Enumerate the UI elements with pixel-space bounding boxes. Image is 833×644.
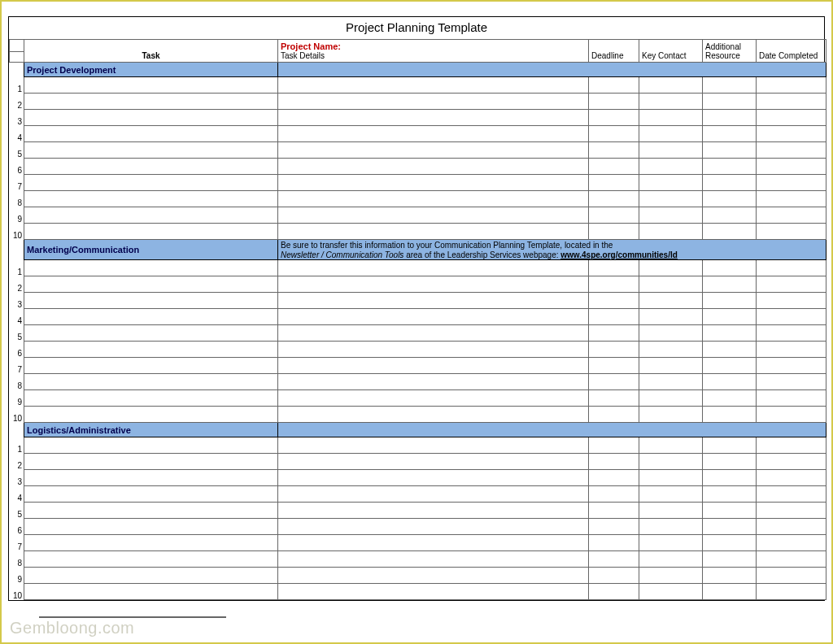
section-project-development: Project Development bbox=[10, 63, 826, 77]
watermark-strike bbox=[39, 616, 226, 618]
header-row-1: Task Project Name: Deadline Key Contact … bbox=[10, 40, 826, 52]
table-row[interactable]: 9 bbox=[10, 568, 826, 584]
note-line1: Be sure to transfer this information to … bbox=[281, 241, 613, 250]
section-label: Logistics/Administrative bbox=[24, 423, 278, 437]
table-row[interactable]: 4 bbox=[10, 486, 826, 503]
table-row[interactable]: 2 bbox=[10, 276, 826, 293]
planning-table: Task Project Name: Deadline Key Contact … bbox=[9, 39, 826, 600]
table-row[interactable]: 8 bbox=[10, 374, 826, 390]
row-number: 10 bbox=[10, 224, 24, 240]
table-row[interactable]: 4 bbox=[10, 126, 826, 142]
section-marketing-communication: Marketing/Communication Be sure to trans… bbox=[10, 240, 826, 260]
row-number: 5 bbox=[10, 503, 24, 519]
table-row[interactable]: 1 bbox=[10, 77, 826, 94]
section-label: Project Development bbox=[24, 63, 278, 77]
table-row[interactable]: 5 bbox=[10, 142, 826, 159]
row-number: 3 bbox=[10, 470, 24, 486]
note-line2-italic: Newsletter / Communication Tools bbox=[281, 250, 403, 259]
row-number: 10 bbox=[10, 407, 24, 423]
table-row[interactable]: 7 bbox=[10, 358, 826, 374]
row-number: 8 bbox=[10, 551, 24, 568]
row-number: 9 bbox=[10, 390, 24, 407]
row-number: 10 bbox=[10, 584, 24, 600]
table-row[interactable]: 2 bbox=[10, 454, 826, 470]
table-row[interactable]: 1 bbox=[10, 437, 826, 454]
table-row[interactable]: 3 bbox=[10, 293, 826, 309]
table-row[interactable]: 10 bbox=[10, 584, 826, 600]
note-link[interactable]: www.4spe.org/communities/ld bbox=[560, 250, 678, 259]
page-title: Project Planning Template bbox=[9, 17, 824, 39]
col-date-completed: Date Completed bbox=[757, 40, 826, 63]
table-row[interactable]: 7 bbox=[10, 175, 826, 191]
row-number: 2 bbox=[10, 276, 24, 293]
row-number: 6 bbox=[10, 519, 24, 535]
table-row[interactable]: 7 bbox=[10, 535, 826, 551]
project-name-label: Project Name: bbox=[278, 40, 589, 52]
section-label: Marketing/Communication bbox=[24, 240, 278, 260]
row-number: 4 bbox=[10, 486, 24, 503]
row-number: 3 bbox=[10, 293, 24, 309]
planning-sheet: Project Planning Template Task Project N… bbox=[8, 16, 825, 601]
row-number: 4 bbox=[10, 309, 24, 325]
row-number: 3 bbox=[10, 110, 24, 126]
table-row[interactable]: 5 bbox=[10, 503, 826, 519]
table-row[interactable]: 5 bbox=[10, 325, 826, 342]
row-number: 7 bbox=[10, 535, 24, 551]
note-line2-rest: area of the Leadership Services webpage: bbox=[403, 250, 560, 259]
table-row[interactable]: 6 bbox=[10, 342, 826, 358]
section-logistics-administrative: Logistics/Administrative bbox=[10, 423, 826, 437]
row-number: 1 bbox=[10, 437, 24, 454]
row-number: 8 bbox=[10, 374, 24, 390]
row-number: 8 bbox=[10, 191, 24, 207]
col-deadline: Deadline bbox=[589, 40, 639, 63]
additional-l2: Resource bbox=[705, 51, 740, 60]
table-row[interactable]: 9 bbox=[10, 390, 826, 407]
col-task-details: Task Details bbox=[278, 51, 589, 63]
row-number: 1 bbox=[10, 260, 24, 276]
table-row[interactable]: 3 bbox=[10, 470, 826, 486]
row-number: 6 bbox=[10, 159, 24, 175]
col-additional-resource: Additional Resource bbox=[703, 40, 757, 63]
table-row[interactable]: 8 bbox=[10, 551, 826, 568]
table-row[interactable]: 4 bbox=[10, 309, 826, 325]
section-note bbox=[278, 63, 826, 77]
row-number: 2 bbox=[10, 454, 24, 470]
row-number: 9 bbox=[10, 207, 24, 224]
table-row[interactable]: 10 bbox=[10, 407, 826, 423]
table-row[interactable]: 8 bbox=[10, 191, 826, 207]
row-number: 2 bbox=[10, 94, 24, 110]
table-row[interactable]: 1 bbox=[10, 260, 826, 276]
additional-l1: Additional bbox=[705, 42, 741, 51]
watermark: Gembloong.com bbox=[10, 619, 134, 637]
col-task: Task bbox=[24, 40, 278, 63]
table-row[interactable]: 3 bbox=[10, 110, 826, 126]
table-row[interactable]: 9 bbox=[10, 207, 826, 224]
row-number: 7 bbox=[10, 175, 24, 191]
row-number: 5 bbox=[10, 142, 24, 159]
table-row[interactable]: 10 bbox=[10, 224, 826, 240]
row-number: 6 bbox=[10, 342, 24, 358]
col-key-contact: Key Contact bbox=[639, 40, 703, 63]
section-note bbox=[278, 423, 826, 437]
table-row[interactable]: 6 bbox=[10, 519, 826, 535]
section-note: Be sure to transfer this information to … bbox=[278, 240, 826, 260]
row-number: 5 bbox=[10, 325, 24, 342]
row-number: 7 bbox=[10, 358, 24, 374]
table-row[interactable]: 2 bbox=[10, 94, 826, 110]
table-row[interactable]: 6 bbox=[10, 159, 826, 175]
row-number: 1 bbox=[10, 77, 24, 94]
row-number: 9 bbox=[10, 568, 24, 584]
row-number: 4 bbox=[10, 126, 24, 142]
